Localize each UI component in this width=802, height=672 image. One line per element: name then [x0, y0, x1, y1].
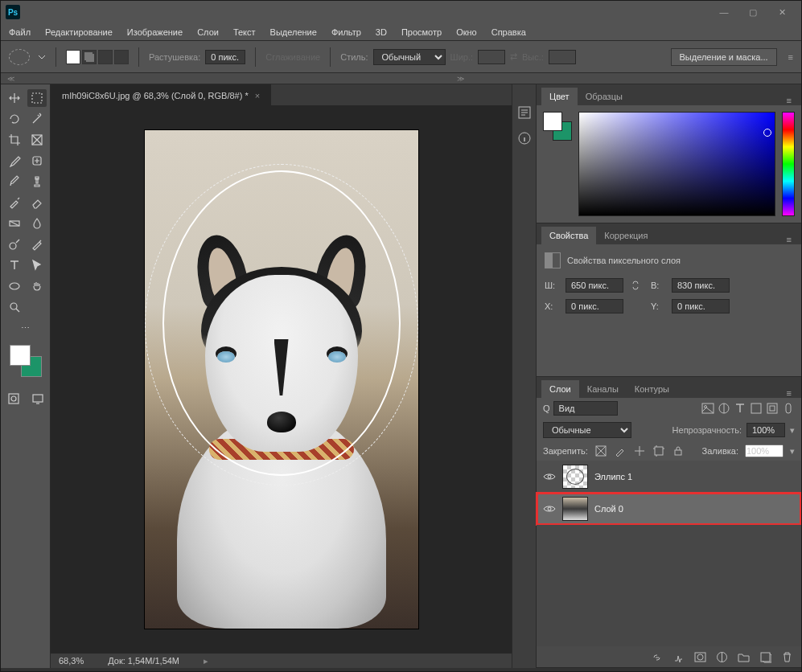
- menu-file[interactable]: Файл: [9, 27, 31, 37]
- tab-layers[interactable]: Слои: [541, 380, 579, 398]
- select-and-mask-button[interactable]: Выделение и маска...: [671, 48, 777, 66]
- chevron-right-icon[interactable]: ≫: [457, 75, 464, 83]
- link-layers-icon[interactable]: [651, 651, 663, 663]
- layer-filter-select[interactable]: [553, 401, 618, 416]
- doc-size-status[interactable]: Док: 1,54M/1,54M: [108, 656, 179, 666]
- type-tool[interactable]: [5, 256, 24, 274]
- menu-layers[interactable]: Слои: [197, 27, 219, 37]
- close-tab-icon[interactable]: ×: [255, 91, 260, 100]
- close-button[interactable]: ✕: [767, 3, 796, 21]
- pen-tool[interactable]: [27, 236, 47, 253]
- filter-image-icon[interactable]: [701, 402, 714, 415]
- blend-mode-select[interactable]: Обычные: [543, 422, 631, 438]
- tab-channels[interactable]: Каналы: [579, 380, 627, 398]
- fill-input[interactable]: [745, 445, 783, 457]
- selection-subtract-icon[interactable]: [98, 50, 113, 64]
- menu-help[interactable]: Справка: [491, 27, 526, 37]
- menu-text[interactable]: Текст: [233, 27, 256, 37]
- zoom-level[interactable]: 68,3%: [59, 656, 84, 666]
- filter-smart-icon[interactable]: [766, 402, 779, 415]
- filter-shape-icon[interactable]: [750, 402, 763, 415]
- selection-new-icon[interactable]: [66, 50, 80, 64]
- feather-input[interactable]: [205, 50, 245, 64]
- layer-item-background[interactable]: Слой 0: [537, 493, 801, 525]
- layer-name[interactable]: Слой 0: [594, 504, 623, 514]
- lock-all-icon[interactable]: [672, 445, 685, 457]
- eyedropper-tool[interactable]: [5, 152, 24, 170]
- color-swatch-pair[interactable]: [543, 112, 572, 141]
- tab-properties[interactable]: Свойства: [541, 227, 596, 244]
- menu-image[interactable]: Изображение: [127, 27, 183, 37]
- delete-layer-icon[interactable]: [781, 651, 793, 663]
- menu-window[interactable]: Окно: [456, 27, 477, 37]
- selection-intersect-icon[interactable]: [114, 50, 129, 64]
- filter-toggle[interactable]: [782, 402, 795, 415]
- visibility-toggle[interactable]: [543, 502, 556, 515]
- healing-tool[interactable]: [27, 152, 47, 170]
- quickmask-tool[interactable]: [4, 390, 23, 408]
- layer-thumbnail[interactable]: [562, 497, 588, 521]
- opacity-input[interactable]: [746, 423, 785, 437]
- lasso-tool[interactable]: [5, 110, 24, 128]
- canvas[interactable]: [145, 130, 418, 629]
- foreground-background-colors[interactable]: [10, 345, 42, 377]
- menu-edit[interactable]: Редактирование: [45, 27, 113, 37]
- blur-tool[interactable]: [27, 215, 47, 232]
- tab-color[interactable]: Цвет: [541, 88, 578, 105]
- color-panel-menu-icon[interactable]: ≡: [782, 96, 796, 105]
- adjustment-layer-icon[interactable]: [716, 651, 728, 663]
- layers-panel-menu-icon[interactable]: ≡: [782, 388, 796, 398]
- properties-panel-menu-icon[interactable]: ≡: [782, 235, 796, 244]
- color-picker-field[interactable]: [578, 112, 775, 216]
- hue-slider[interactable]: [782, 112, 795, 216]
- layer-mask-icon[interactable]: [694, 651, 706, 663]
- tab-swatches[interactable]: Образцы: [578, 88, 631, 105]
- group-icon[interactable]: [738, 651, 750, 663]
- brush-tool[interactable]: [5, 173, 24, 191]
- layer-fx-icon[interactable]: [672, 651, 685, 663]
- lock-artboard-icon[interactable]: [652, 445, 665, 457]
- optionsbar-menu-icon[interactable]: ≡: [788, 52, 793, 62]
- document-tab[interactable]: mIh09iC8x6U.jpg @ 68,3% (Слой 0, RGB/8#)…: [51, 84, 271, 105]
- current-tool-icon[interactable]: [9, 49, 30, 65]
- more-tools[interactable]: ⋯: [16, 319, 35, 337]
- layer-item-ellipse[interactable]: Эллипс 1: [537, 461, 801, 493]
- chevron-down-icon[interactable]: [38, 53, 46, 61]
- menu-3d[interactable]: 3D: [376, 27, 387, 37]
- status-menu-chevron[interactable]: ▸: [204, 656, 208, 666]
- history-brush-tool[interactable]: [5, 194, 24, 211]
- minimize-button[interactable]: ―: [709, 3, 738, 21]
- stamp-tool[interactable]: [27, 173, 47, 191]
- history-panel-icon[interactable]: [517, 105, 532, 120]
- tab-paths[interactable]: Контуры: [627, 380, 677, 398]
- layer-name[interactable]: Эллипс 1: [594, 472, 632, 481]
- fill-chevron[interactable]: ▾: [790, 446, 795, 457]
- menu-filter[interactable]: Фильтр: [331, 27, 361, 37]
- magic-wand-tool[interactable]: [27, 110, 47, 128]
- shape-tool[interactable]: [5, 277, 24, 295]
- new-layer-icon[interactable]: [759, 651, 771, 663]
- screenmode-tool[interactable]: [28, 390, 47, 408]
- foreground-color-swatch[interactable]: [10, 345, 31, 366]
- selection-add-icon[interactable]: [82, 50, 97, 64]
- filter-adjust-icon[interactable]: [718, 402, 730, 415]
- hand-tool[interactable]: [27, 277, 47, 295]
- info-panel-icon[interactable]: [517, 131, 532, 145]
- frame-tool[interactable]: [27, 131, 47, 149]
- style-select[interactable]: Обычный: [373, 49, 446, 65]
- prop-y-input[interactable]: [672, 299, 730, 313]
- layer-thumbnail[interactable]: [562, 465, 588, 489]
- menu-view[interactable]: Просмотр: [401, 27, 442, 37]
- prop-h-input[interactable]: [672, 278, 730, 293]
- tab-adjustments[interactable]: Коррекция: [596, 227, 656, 244]
- visibility-toggle[interactable]: [543, 470, 556, 483]
- lock-position-icon[interactable]: [633, 445, 646, 457]
- maximize-button[interactable]: ▢: [738, 3, 767, 21]
- prop-w-input[interactable]: [566, 278, 623, 293]
- dodge-tool[interactable]: [5, 236, 24, 253]
- filter-type-icon[interactable]: [734, 402, 746, 415]
- marquee-tool[interactable]: [27, 89, 47, 107]
- crop-tool[interactable]: [5, 131, 24, 149]
- lock-brush-icon[interactable]: [614, 445, 627, 457]
- opacity-chevron[interactable]: ▾: [790, 425, 795, 436]
